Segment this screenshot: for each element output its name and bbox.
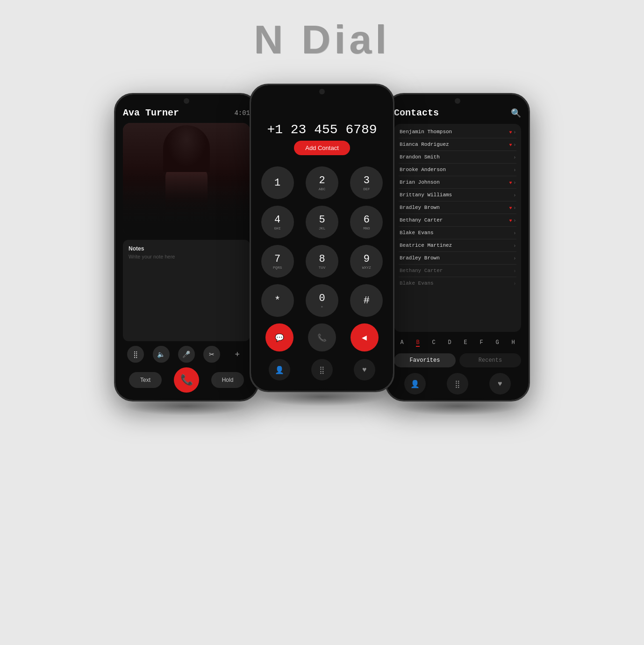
contact-name: Bethany Carter [400,217,443,223]
contact-name: Benjamin Thompson [400,129,452,135]
call-timer: 4:01 [234,109,250,117]
alphabet-bar: A B C D E F G H [394,337,521,350]
favorite-heart-icon: ♥ [509,205,512,210]
chevron-icon: › [514,193,515,198]
contact-item[interactable]: Brandon Smith › [399,151,516,164]
text-button[interactable]: Text [129,372,162,388]
alpha-g[interactable]: G [495,339,499,347]
back-dial-button[interactable]: ◀ [351,323,379,351]
favorite-heart-icon: ♥ [509,218,512,223]
contacts-title: Contacts [394,108,439,118]
chevron-icon: › [514,167,515,172]
contact-item[interactable]: Bethany Carter › [399,265,516,277]
app-title: N Dial [254,26,390,63]
contact-item[interactable]: Blake Evans › [399,277,516,289]
contact-item[interactable]: Bianca Rodriguez ♥ › [399,138,516,151]
keypad-icon-btn[interactable]: ⣿ [127,346,144,363]
phone-dialer: +1 23 455 6789 Add Contact 1 2ABC 3DEF 4… [250,84,394,392]
contact-item[interactable]: Benjamin Thompson ♥ › [399,126,516,138]
phone-notch-2 [319,89,325,94]
end-call-button[interactable]: 📞 [174,367,199,393]
back-icon: ◀ [362,334,367,341]
merge-icon-btn[interactable]: ✂ [203,346,220,363]
contact-item[interactable]: Bradley Brown ♥ › [399,201,516,214]
dialer-nav-person[interactable]: 👤 [269,359,290,380]
contact-name: Brooke Anderson [400,167,446,172]
contact-item[interactable]: Brian Johnson ♥ › [399,176,516,189]
contact-item[interactable]: Brooke Anderson › [399,164,516,176]
alpha-h[interactable]: H [511,339,515,347]
favorite-heart-icon: ♥ [509,180,512,185]
message-icon: 💬 [275,333,284,342]
contact-name: Blake Evans [400,230,434,236]
call-actions-bar: ⣿ 🔈 🎤 ✂ + [123,346,250,363]
contact-name: Brittany Williams [400,192,452,198]
add-contact-button[interactable]: Add Contact [294,141,350,155]
contact-name: Brian Johnson [400,179,440,185]
dial-key-2[interactable]: 2ABC [306,166,338,199]
dialer-nav-heart[interactable]: ♥ [354,359,375,380]
dial-key-1[interactable]: 1 [261,166,294,199]
phones-container: Ava Turner 4:01 [114,84,530,401]
contact-item[interactable]: Bradley Brown › [399,252,516,265]
call-dial-button[interactable]: 📞 [308,323,336,351]
chevron-icon: › [514,243,515,248]
hold-button[interactable]: Hold [211,372,244,388]
speaker-icon-btn[interactable]: 🔈 [153,346,170,363]
favorite-heart-icon: ♥ [509,142,512,147]
notes-placeholder-text: Write your note here [129,254,244,259]
alpha-b[interactable]: B [416,339,419,347]
tab-favorites[interactable]: Favorites [394,353,456,367]
caller-photo [123,123,250,235]
contacts-search-button[interactable]: 🔍 [511,108,521,118]
contacts-list: Benjamin Thompson ♥ › Bianca Rodriguez ♥… [394,124,521,332]
dial-key-5[interactable]: 5JKL [306,206,338,238]
alpha-d[interactable]: D [448,339,451,347]
dial-pad: 1 2ABC 3DEF 4GHI 5JKL 6MNO 7PQRS 8TUV 9W… [258,166,386,317]
add-icon-btn[interactable]: + [229,346,246,363]
contact-item[interactable]: Beatrice Martinez › [399,239,516,252]
dial-key-6[interactable]: 6MNO [350,206,383,238]
mic-icon-btn[interactable]: 🎤 [178,346,195,363]
contact-name-faded: Blake Evans [400,280,434,286]
contact-right: ♥ › [509,129,515,135]
dial-key-4[interactable]: 4GHI [261,206,294,238]
dial-key-7[interactable]: 7PQRS [261,245,294,278]
alpha-e[interactable]: E [464,339,467,347]
alpha-f[interactable]: F [479,339,483,347]
dial-key-star[interactable]: * [261,284,294,317]
end-call-icon: 📞 [180,374,193,386]
contacts-nav-heart[interactable]: ♥ [489,373,511,394]
chevron-icon: › [514,281,515,286]
notes-box[interactable]: Notes Write your note here [123,240,250,341]
contact-item[interactable]: Brittany Williams › [399,189,516,201]
contact-name: Brandon Smith [400,154,440,160]
contact-item[interactable]: Blake Evans › [399,227,516,239]
contact-name: Bradley Brown [400,255,440,261]
dial-key-0[interactable]: 0+ [306,284,338,317]
dialer-nav-grid[interactable]: ⣿ [311,359,333,380]
alpha-a[interactable]: A [400,339,403,347]
phone-icon: 📞 [317,333,327,342]
chevron-icon: › [514,205,515,210]
phone-notch [184,98,189,104]
person-icon: 👤 [410,380,420,388]
phone-notch-3 [455,98,460,104]
chevron-icon: › [514,218,515,223]
tab-recents[interactable]: Recents [459,353,521,367]
contact-name: Beatrice Martinez [400,243,452,248]
dial-key-hash[interactable]: # [350,284,383,317]
contacts-nav-grid[interactable]: ⣿ [447,373,468,394]
dial-key-9[interactable]: 9WXYZ [350,245,383,278]
alpha-c[interactable]: C [432,339,435,347]
chevron-icon: › [514,256,515,261]
contact-item[interactable]: Bethany Carter ♥ › [399,214,516,227]
caller-name: Ava Turner [123,108,179,118]
chevron-icon: › [514,142,515,147]
dial-key-3[interactable]: 3DEF [350,166,383,199]
dialer-number: +1 23 455 6789 [267,122,377,137]
dial-key-8[interactable]: 8TUV [306,245,338,278]
contacts-nav-person[interactable]: 👤 [404,373,426,394]
chevron-icon: › [514,180,515,185]
message-dial-button[interactable]: 💬 [265,323,293,351]
